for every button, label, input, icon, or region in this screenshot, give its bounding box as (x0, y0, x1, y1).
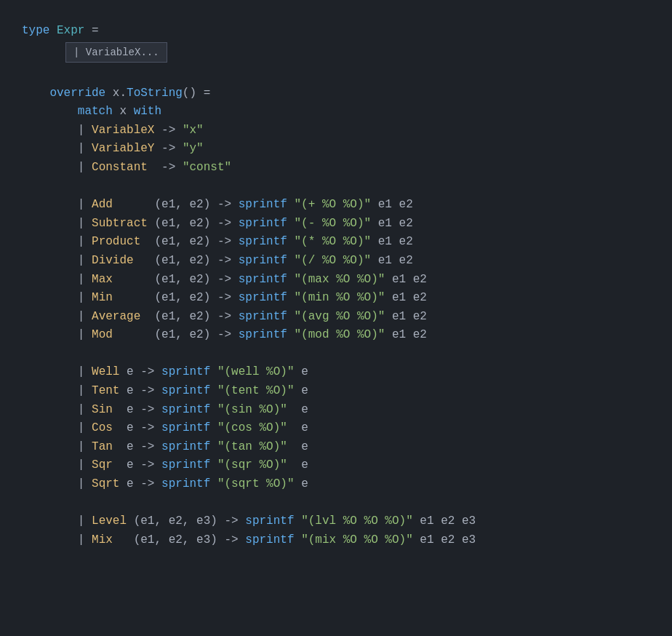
case-sin: | Sin e -> sprintf "(sin %O)" e (22, 401, 650, 420)
case-variabley: | VariableY -> "y" (22, 140, 650, 159)
case-min: | Min (e1, e2) -> sprintf "(min %O %O)" … (22, 289, 650, 308)
case-cos: | Cos e -> sprintf "(cos %O)" e (22, 419, 650, 438)
code-editor: type Expr = | VariableX... override x.To… (22, 15, 650, 557)
case-tent: | Tent e -> sprintf "(tent %O)" e (22, 382, 650, 401)
tooltip-box: | VariableX... (65, 42, 167, 63)
case-product: | Product (e1, e2) -> sprintf "(* %O %O)… (22, 233, 650, 252)
case-average: | Average (e1, e2) -> sprintf "(avg %O %… (22, 308, 650, 327)
case-mod: | Mod (e1, e2) -> sprintf "(mod %O %O)" … (22, 326, 650, 345)
case-tan: | Tan e -> sprintf "(tan %O)" e (22, 438, 650, 457)
case-max: | Max (e1, e2) -> sprintf "(max %O %O)" … (22, 271, 650, 290)
type-declaration-line: type Expr = (22, 22, 650, 41)
override-line: override x.ToString() = (22, 84, 650, 103)
case-mix: | Mix (e1, e2, e3) -> sprintf "(mix %O %… (22, 531, 650, 550)
case-subtract: | Subtract (e1, e2) -> sprintf "(- %O %O… (22, 215, 650, 234)
case-well: | Well e -> sprintf "(well %O)" e (22, 363, 650, 382)
case-constant: | Constant -> "const" (22, 159, 650, 178)
case-divide: | Divide (e1, e2) -> sprintf "(/ %O %O)"… (22, 252, 650, 271)
case-add: | Add (e1, e2) -> sprintf "(+ %O %O)" e1… (22, 196, 650, 215)
case-variablex: | VariableX -> "x" (22, 122, 650, 140)
case-sqrt: | Sqrt e -> sprintf "(sqrt %O)" e (22, 475, 650, 494)
case-level: | Level (e1, e2, e3) -> sprintf "(lvl %O… (22, 512, 650, 531)
match-line: match x with (22, 103, 650, 122)
case-sqr: | Sqr e -> sprintf "(sqr %O)" e (22, 456, 650, 475)
